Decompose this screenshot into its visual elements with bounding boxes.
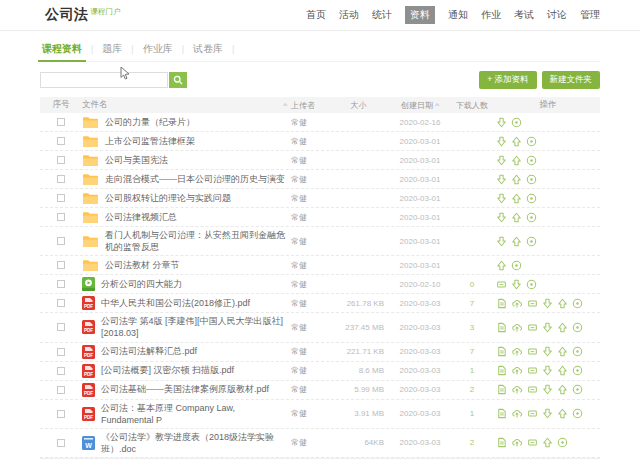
- nav-item-活动[interactable]: 活动: [339, 8, 359, 22]
- more-icon[interactable]: [557, 437, 568, 448]
- file-name[interactable]: 公司法学 第4版 [李建伟][中国人民大学出版社] [2018.03]: [101, 315, 287, 339]
- col-date[interactable]: 创建日期 ^: [388, 100, 452, 111]
- more-icon[interactable]: [526, 155, 537, 166]
- file-name[interactable]: 公司法教材 分章节: [105, 259, 180, 271]
- file-name[interactable]: 公司法律视频汇总: [105, 211, 177, 223]
- move-down-icon[interactable]: [496, 236, 507, 247]
- more-icon[interactable]: [511, 260, 522, 271]
- file-name[interactable]: 《公司法学》教学进度表（2018级法学实验班）.doc: [101, 431, 287, 455]
- preview-icon[interactable]: [496, 384, 507, 395]
- move-up-icon[interactable]: [557, 365, 568, 376]
- move-up-icon[interactable]: [557, 322, 568, 333]
- file-name[interactable]: 公司法：基本原理 Company Law, Fundamental P: [101, 402, 287, 426]
- move-down-icon[interactable]: [496, 136, 507, 147]
- move-up-icon[interactable]: [557, 408, 568, 419]
- edit-icon[interactable]: [527, 437, 538, 448]
- more-icon[interactable]: [526, 193, 537, 204]
- edit-icon[interactable]: [496, 279, 507, 290]
- nav-item-资料[interactable]: 资料: [405, 6, 435, 24]
- row-checkbox[interactable]: [57, 299, 65, 307]
- nav-item-首页[interactable]: 首页: [306, 8, 326, 22]
- edit-icon[interactable]: [527, 346, 538, 357]
- more-icon[interactable]: [526, 279, 537, 290]
- file-name[interactable]: 走向混合模式——日本公司治理的历史与演变: [105, 173, 285, 185]
- row-checkbox[interactable]: [57, 323, 65, 331]
- more-icon[interactable]: [511, 117, 522, 128]
- move-down-icon[interactable]: [542, 298, 553, 309]
- move-down-icon[interactable]: [542, 346, 553, 357]
- file-name[interactable]: 公司法基础——美国法律案例原版教材.pdf: [101, 383, 269, 395]
- file-name[interactable]: 分析公司的四大能力: [101, 278, 182, 290]
- move-up-icon[interactable]: [511, 136, 522, 147]
- file-name[interactable]: 公司的力量（纪录片）: [105, 116, 195, 128]
- row-checkbox[interactable]: [57, 367, 65, 375]
- row-checkbox[interactable]: [57, 237, 65, 245]
- edit-icon[interactable]: [527, 322, 538, 333]
- move-up-icon[interactable]: [557, 346, 568, 357]
- preview-icon[interactable]: [496, 408, 507, 419]
- move-down-icon[interactable]: [542, 322, 553, 333]
- more-icon[interactable]: [572, 346, 583, 357]
- edit-icon[interactable]: [527, 384, 538, 395]
- move-up-icon[interactable]: [511, 193, 522, 204]
- download-cloud-icon[interactable]: [511, 322, 523, 333]
- download-cloud-icon[interactable]: [511, 298, 523, 309]
- move-up-icon[interactable]: [557, 384, 568, 395]
- preview-icon[interactable]: [496, 322, 507, 333]
- file-name[interactable]: 公司与美国宪法: [105, 154, 168, 166]
- more-icon[interactable]: [572, 365, 583, 376]
- nav-item-考试[interactable]: 考试: [514, 8, 534, 22]
- nav-item-作业[interactable]: 作业: [481, 8, 501, 22]
- more-icon[interactable]: [572, 408, 583, 419]
- tab-课程资料[interactable]: 课程资料: [40, 42, 84, 56]
- row-checkbox[interactable]: [57, 156, 65, 164]
- row-checkbox[interactable]: [57, 194, 65, 202]
- more-icon[interactable]: [526, 236, 537, 247]
- move-up-icon[interactable]: [511, 236, 522, 247]
- move-up-icon[interactable]: [511, 174, 522, 185]
- search-input[interactable]: [40, 72, 168, 88]
- more-icon[interactable]: [572, 298, 583, 309]
- tab-作业库[interactable]: 作业库: [141, 42, 175, 56]
- move-down-icon[interactable]: [496, 174, 507, 185]
- move-up-icon[interactable]: [511, 212, 522, 223]
- preview-icon[interactable]: [496, 437, 507, 448]
- move-up-icon[interactable]: [496, 260, 507, 271]
- preview-icon[interactable]: [496, 298, 507, 309]
- row-checkbox[interactable]: [57, 386, 65, 394]
- search-button[interactable]: [169, 72, 187, 88]
- edit-icon[interactable]: [527, 365, 538, 376]
- move-up-icon[interactable]: [557, 298, 568, 309]
- download-cloud-icon[interactable]: [511, 346, 523, 357]
- preview-icon[interactable]: [496, 346, 507, 357]
- add-material-button[interactable]: + 添加资料: [479, 71, 536, 89]
- move-down-icon[interactable]: [496, 212, 507, 223]
- move-down-icon[interactable]: [542, 384, 553, 395]
- download-cloud-icon[interactable]: [511, 384, 523, 395]
- tab-试卷库[interactable]: 试卷库: [191, 42, 225, 56]
- row-checkbox[interactable]: [57, 213, 65, 221]
- tab-题库[interactable]: 题库: [100, 42, 124, 56]
- move-down-icon[interactable]: [496, 193, 507, 204]
- row-checkbox[interactable]: [57, 280, 65, 288]
- row-checkbox[interactable]: [57, 137, 65, 145]
- file-name[interactable]: 上市公司监管法律框架: [105, 135, 195, 147]
- edit-icon[interactable]: [527, 298, 538, 309]
- new-folder-button[interactable]: 新建文件夹: [542, 71, 601, 89]
- file-name[interactable]: 看门人机制与公司治理：从安然丑闻到金融危机的监管反思: [105, 229, 287, 253]
- row-checkbox[interactable]: [57, 348, 65, 356]
- more-icon[interactable]: [526, 212, 537, 223]
- file-name[interactable]: 公司法司法解释汇总.pdf: [101, 345, 197, 357]
- more-icon[interactable]: [526, 174, 537, 185]
- file-name[interactable]: 中华人民共和国公司法(2018修正).pdf: [101, 297, 250, 309]
- more-icon[interactable]: [572, 384, 583, 395]
- file-name[interactable]: [公司法概要] 汉密尔顿 扫描版.pdf: [101, 364, 234, 376]
- move-up-icon[interactable]: [511, 155, 522, 166]
- row-checkbox[interactable]: [57, 439, 65, 447]
- more-icon[interactable]: [526, 136, 537, 147]
- move-down-icon[interactable]: [511, 279, 522, 290]
- row-checkbox[interactable]: [57, 175, 65, 183]
- download-cloud-icon[interactable]: [511, 408, 523, 419]
- move-down-icon[interactable]: [542, 408, 553, 419]
- move-down-icon[interactable]: [496, 117, 507, 128]
